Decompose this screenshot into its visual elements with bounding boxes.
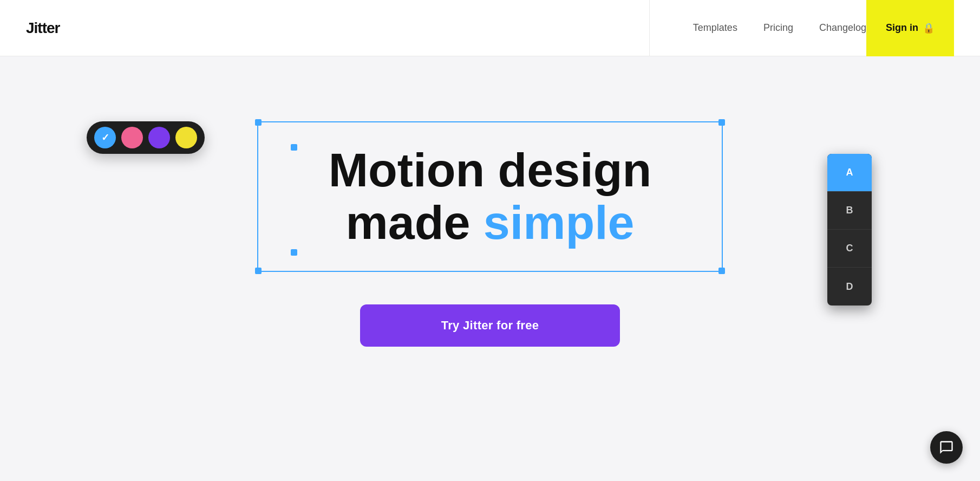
logo: Jitter xyxy=(26,20,60,37)
cta-button[interactable]: Try Jitter for free xyxy=(360,304,620,347)
nav-link-pricing[interactable]: Pricing xyxy=(763,22,793,34)
lock-icon: 🔒 xyxy=(923,22,935,34)
sign-in-button[interactable]: Sign in 🔒 xyxy=(866,0,954,56)
color-dot-purple[interactable] xyxy=(148,127,170,148)
color-dot-yellow[interactable] xyxy=(175,127,197,148)
font-panel-item-c[interactable]: C xyxy=(827,230,872,268)
color-dot-blue[interactable] xyxy=(94,127,116,148)
hero-line2-prefix: made xyxy=(345,196,483,249)
hero-line1: Motion design xyxy=(329,143,651,197)
navbar: Jitter Templates Pricing Changelog Sign … xyxy=(0,0,980,56)
hero-line2-highlight: simple xyxy=(484,196,635,249)
handle-bottom-left xyxy=(255,268,262,274)
font-panel-item-d[interactable]: D xyxy=(827,268,872,306)
color-dot-pink[interactable] xyxy=(121,127,143,148)
hero-text: Motion design made simple xyxy=(291,144,689,249)
nav-links: Templates Pricing Changelog xyxy=(649,0,866,56)
color-picker-widget xyxy=(87,121,205,154)
handle-top-right xyxy=(718,119,725,126)
font-panel-item-a[interactable]: A xyxy=(827,154,872,192)
sign-in-label: Sign in xyxy=(886,22,918,34)
chat-widget[interactable] xyxy=(930,431,963,464)
main-content: A B C D Motion design made simple Try Ji… xyxy=(0,56,980,481)
hero-text-selection: Motion design made simple xyxy=(257,121,723,272)
handle-top-left xyxy=(255,119,262,126)
font-panel: A B C D xyxy=(827,154,872,306)
nav-link-templates[interactable]: Templates xyxy=(693,22,737,34)
handle-bottom-right xyxy=(718,268,725,274)
nav-link-changelog[interactable]: Changelog xyxy=(819,22,866,34)
font-panel-item-b[interactable]: B xyxy=(827,192,872,230)
chat-icon xyxy=(939,440,954,455)
